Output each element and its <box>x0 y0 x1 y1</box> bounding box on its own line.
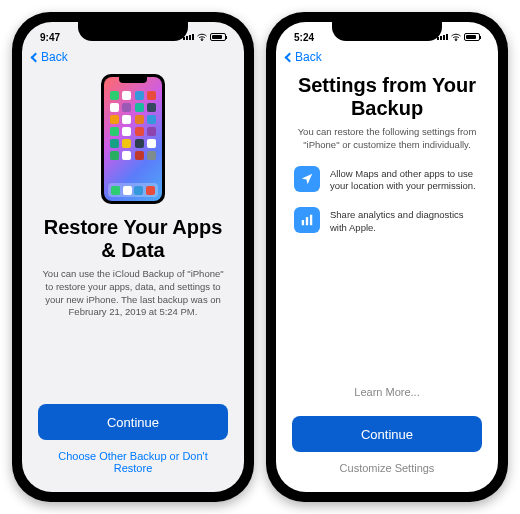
setting-item-location: Allow Maps and other apps to use your lo… <box>294 166 480 194</box>
choose-other-backup-link[interactable]: Choose Other Backup or Don't Restore <box>38 450 228 474</box>
footer: Continue Customize Settings <box>276 406 498 492</box>
screen-right: 5:24 Back Settings from Your Backup You … <box>276 22 498 492</box>
chevron-left-icon <box>285 52 295 62</box>
continue-button[interactable]: Continue <box>292 416 482 452</box>
setting-text: Share analytics and diagnostics with App… <box>330 207 480 235</box>
page-title: Settings from Your Backup <box>292 74 482 120</box>
status-indicators <box>430 33 480 41</box>
footer: Continue Choose Other Backup or Don't Re… <box>22 394 244 492</box>
phone-preview-image <box>101 74 165 204</box>
svg-rect-1 <box>306 217 308 225</box>
status-time: 9:47 <box>40 32 80 43</box>
page-description: You can use the iCloud Backup of "iPhone… <box>38 268 228 319</box>
page-title: Restore Your Apps & Data <box>38 216 228 262</box>
wifi-icon <box>197 33 207 41</box>
page-description: You can restore the following settings f… <box>292 126 482 152</box>
setting-item-analytics: Share analytics and diagnostics with App… <box>294 207 480 235</box>
battery-icon <box>210 33 226 41</box>
status-indicators <box>176 33 226 41</box>
setting-text: Allow Maps and other apps to use your lo… <box>330 166 480 194</box>
learn-more-link[interactable]: Learn More... <box>354 386 419 398</box>
signal-icon <box>437 34 448 40</box>
svg-rect-0 <box>302 220 304 225</box>
chevron-left-icon <box>31 52 41 62</box>
phone-right: 5:24 Back Settings from Your Backup You … <box>266 12 508 502</box>
analytics-bars-icon <box>294 207 320 233</box>
svg-rect-2 <box>310 215 312 226</box>
signal-icon <box>183 34 194 40</box>
back-label: Back <box>295 50 322 64</box>
back-button[interactable]: Back <box>286 50 322 64</box>
status-bar: 5:24 <box>276 22 498 48</box>
nav-bar: Back <box>276 48 498 70</box>
screen-left: 9:47 Back <box>22 22 244 492</box>
back-button[interactable]: Back <box>32 50 68 64</box>
content-area: Settings from Your Backup You can restor… <box>276 70 498 406</box>
battery-icon <box>464 33 480 41</box>
back-label: Back <box>41 50 68 64</box>
customize-settings-link[interactable]: Customize Settings <box>292 462 482 474</box>
continue-button[interactable]: Continue <box>38 404 228 440</box>
content-area: Restore Your Apps & Data You can use the… <box>22 70 244 394</box>
status-time: 5:24 <box>294 32 334 43</box>
settings-list: Allow Maps and other apps to use your lo… <box>292 166 482 235</box>
phone-left: 9:47 Back <box>12 12 254 502</box>
status-bar: 9:47 <box>22 22 244 48</box>
nav-bar: Back <box>22 48 244 70</box>
wifi-icon <box>451 33 461 41</box>
location-arrow-icon <box>294 166 320 192</box>
